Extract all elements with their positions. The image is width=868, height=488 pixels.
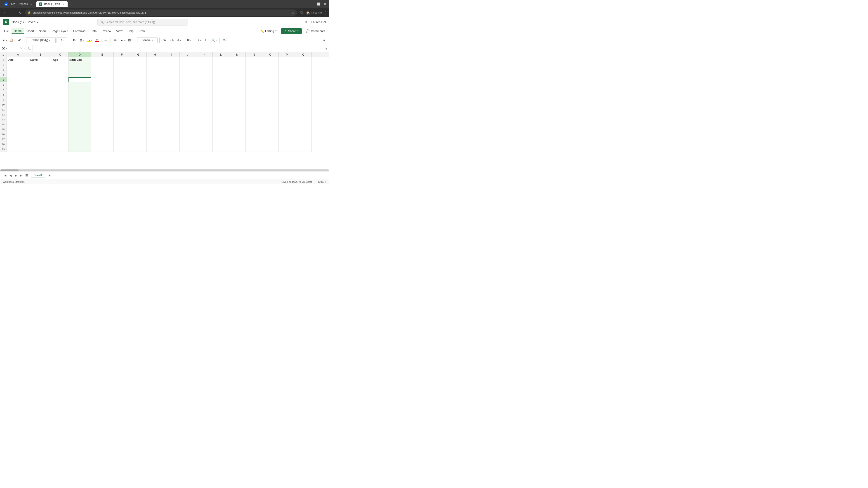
maximize-button[interactable]: ⬜ xyxy=(316,2,321,6)
cell-A4[interactable] xyxy=(7,72,29,77)
cell-L9[interactable] xyxy=(213,97,229,102)
cell-D7[interactable] xyxy=(68,87,91,92)
cell-C15[interactable] xyxy=(52,127,68,132)
cell-D11[interactable] xyxy=(68,107,91,112)
cell-K16[interactable] xyxy=(196,132,213,137)
align-caret[interactable]: ▾ xyxy=(116,39,117,41)
cell-L14[interactable] xyxy=(213,122,229,127)
zoom-in-button[interactable]: + xyxy=(325,181,327,183)
tab-excel-close[interactable]: ✕ xyxy=(62,2,65,6)
extensions-button[interactable]: ⧉ xyxy=(298,9,305,16)
cell-N11[interactable] xyxy=(246,107,262,112)
paste-button[interactable]: 📋 ▾ xyxy=(8,37,16,43)
row-header-13[interactable]: 13 xyxy=(0,117,7,122)
cell-Q19[interactable] xyxy=(295,147,312,152)
cell-I6[interactable] xyxy=(163,82,180,87)
menu-insert[interactable]: Insert xyxy=(24,29,36,34)
cell-F1[interactable] xyxy=(114,57,130,62)
cell-D18[interactable] xyxy=(68,142,91,147)
cell-L16[interactable] xyxy=(213,132,229,137)
workbook-statistics[interactable]: Workbook Statistics xyxy=(3,181,24,183)
cell-J11[interactable] xyxy=(180,107,196,112)
cell-G8[interactable] xyxy=(130,92,147,97)
cell-A13[interactable] xyxy=(7,117,29,122)
cell-G1[interactable] xyxy=(130,57,147,62)
tab-dropbox-close[interactable]: ✕ xyxy=(30,2,33,6)
cell-A1[interactable]: Date xyxy=(7,57,29,62)
cell-O18[interactable] xyxy=(262,142,279,147)
cell-I2[interactable] xyxy=(163,62,180,67)
cell-C12[interactable] xyxy=(52,112,68,117)
cell-J2[interactable] xyxy=(180,62,196,67)
cell-D3[interactable] xyxy=(68,67,91,72)
cell-E6[interactable] xyxy=(91,82,114,87)
cell-P6[interactable] xyxy=(279,82,295,87)
cell-E15[interactable] xyxy=(91,127,114,132)
tab-dropbox[interactable]: Files - Dropbox ✕ xyxy=(2,1,35,7)
cell-K7[interactable] xyxy=(196,87,213,92)
cell-N9[interactable] xyxy=(246,97,262,102)
cell-F8[interactable] xyxy=(114,92,130,97)
cell-B15[interactable] xyxy=(29,127,52,132)
sort-caret[interactable]: ▾ xyxy=(208,39,209,41)
cell-F17[interactable] xyxy=(114,137,130,142)
cell-O8[interactable] xyxy=(262,92,279,97)
cell-J19[interactable] xyxy=(180,147,196,152)
cell-H18[interactable] xyxy=(147,142,163,147)
cell-A3[interactable] xyxy=(7,67,29,72)
cell-O17[interactable] xyxy=(262,137,279,142)
cell-H9[interactable] xyxy=(147,97,163,102)
cell-M12[interactable] xyxy=(229,112,246,117)
cell-B12[interactable] xyxy=(29,112,52,117)
col-header-G[interactable]: G xyxy=(130,52,147,57)
cell-M6[interactable] xyxy=(229,82,246,87)
cell-E5[interactable] xyxy=(91,77,114,82)
col-header-N[interactable]: N xyxy=(246,52,262,57)
prev-sheet-button[interactable]: ◀ xyxy=(8,173,13,178)
cell-B3[interactable] xyxy=(29,67,52,72)
cell-E17[interactable] xyxy=(91,137,114,142)
cell-P9[interactable] xyxy=(279,97,295,102)
cell-Q6[interactable] xyxy=(295,82,312,87)
cell-Q3[interactable] xyxy=(295,67,312,72)
cell-N14[interactable] xyxy=(246,122,262,127)
cell-K3[interactable] xyxy=(196,67,213,72)
cell-D5[interactable] xyxy=(68,77,91,82)
align-button[interactable]: ≡ ▾ xyxy=(113,37,119,43)
cell-M14[interactable] xyxy=(229,122,246,127)
cell-D4[interactable] xyxy=(68,72,91,77)
cell-G5[interactable] xyxy=(130,77,147,82)
cell-M7[interactable] xyxy=(229,87,246,92)
cell-L4[interactable] xyxy=(213,72,229,77)
cell-A16[interactable] xyxy=(7,132,29,137)
cell-Q17[interactable] xyxy=(295,137,312,142)
cell-C2[interactable] xyxy=(52,62,68,67)
tab-excel[interactable]: X Book (1).xlsx ✕ xyxy=(36,1,67,7)
row-header-10[interactable]: 10 xyxy=(0,102,7,107)
menu-view[interactable]: View xyxy=(114,29,125,34)
cell-C9[interactable] xyxy=(52,97,68,102)
minimize-button[interactable]: — xyxy=(310,2,315,6)
cell-O3[interactable] xyxy=(262,67,279,72)
decimal-increase-button[interactable]: +.0 xyxy=(168,37,175,43)
cell-C11[interactable] xyxy=(52,107,68,112)
cell-Q9[interactable] xyxy=(295,97,312,102)
cell-H17[interactable] xyxy=(147,137,163,142)
cell-I1[interactable] xyxy=(163,57,180,62)
cell-C17[interactable] xyxy=(52,137,68,142)
cell-I10[interactable] xyxy=(163,102,180,107)
cell-L3[interactable] xyxy=(213,67,229,72)
currency-caret[interactable]: ▾ xyxy=(165,39,166,41)
cell-P15[interactable] xyxy=(279,127,295,132)
cell-E9[interactable] xyxy=(91,97,114,102)
cell-K8[interactable] xyxy=(196,92,213,97)
cell-D13[interactable] xyxy=(68,117,91,122)
fill-caret[interactable]: ▾ xyxy=(91,39,92,41)
cell-E3[interactable] xyxy=(91,67,114,72)
cell-K9[interactable] xyxy=(196,97,213,102)
currency-button[interactable]: $ ▾ xyxy=(161,37,168,43)
cell-P10[interactable] xyxy=(279,102,295,107)
cell-K13[interactable] xyxy=(196,117,213,122)
cell-F3[interactable] xyxy=(114,67,130,72)
row-header-16[interactable]: 16 xyxy=(0,132,7,137)
